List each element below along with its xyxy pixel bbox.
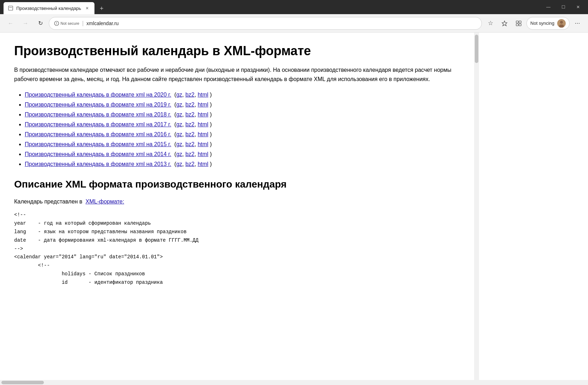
html-2020-link[interactable]: html	[198, 92, 208, 98]
horizontal-scrollbar-thumb[interactable]	[1, 381, 44, 384]
back-button[interactable]: ←	[4, 17, 17, 30]
tab-close-button[interactable]: ×	[84, 5, 90, 11]
year-2015-link[interactable]: Производственный календарь в формате xml…	[25, 141, 171, 147]
more-button[interactable]: ···	[571, 17, 584, 30]
svg-rect-9	[519, 24, 521, 26]
svg-marker-5	[502, 21, 507, 26]
html-2015-link[interactable]: html	[198, 141, 208, 147]
security-text: Not secure	[60, 21, 79, 25]
tab-title: Производственный календарь	[16, 6, 81, 11]
forward-button[interactable]: →	[19, 17, 32, 30]
scrollbar-thumb[interactable]	[475, 35, 478, 63]
bz2-2019-link[interactable]: bz2	[185, 102, 195, 108]
gz-2017-link[interactable]: gz	[176, 121, 182, 127]
window-controls: — ☐ ✕	[538, 1, 588, 13]
security-indicator: Not secure	[54, 21, 79, 26]
nav-actions: ☆ Not syncing	[484, 17, 584, 30]
year-2014-link[interactable]: Производственный календарь в формате xml…	[25, 151, 171, 157]
gz-2020-link[interactable]: gz	[176, 92, 182, 98]
list-item: Производственный календарь в формате xml…	[25, 130, 460, 139]
section2-title: Описание XML формата производственного к…	[14, 177, 460, 192]
active-tab[interactable]: Производственный календарь ×	[4, 2, 94, 14]
bz2-2018-link[interactable]: bz2	[185, 111, 195, 117]
gz-2018-link[interactable]: gz	[176, 111, 182, 117]
list-item: Производственный календарь в формате xml…	[25, 100, 460, 109]
url-text: xmlcalendar.ru	[86, 21, 477, 26]
year-2017-link[interactable]: Производственный календарь в формате xml…	[25, 121, 171, 127]
code-block: <!-- year - год на который сформирован к…	[14, 211, 460, 287]
svg-rect-0	[8, 6, 13, 10]
svg-rect-6	[516, 21, 518, 23]
page-content-area: Производственный календарь в XML-формате…	[0, 33, 588, 380]
minimize-button[interactable]: —	[541, 1, 555, 13]
html-2019-link[interactable]: html	[198, 102, 208, 108]
close-button[interactable]: ✕	[571, 1, 585, 13]
html-2016-link[interactable]: html	[198, 131, 208, 137]
year-2016-link[interactable]: Производственный календарь в формате xml…	[25, 131, 171, 137]
svg-point-4	[56, 24, 57, 24]
sync-label: Not syncing	[530, 21, 554, 26]
tab-area: Производственный календарь × +	[0, 0, 538, 14]
list-item: Производственный календарь в формате xml…	[25, 110, 460, 119]
year-links-list: Производственный календарь в формате xml…	[14, 91, 460, 168]
svg-point-11	[560, 21, 563, 24]
page-title: Производственный календарь в XML-формате	[14, 43, 460, 58]
gz-2019-link[interactable]: gz	[176, 102, 182, 108]
page-body: Производственный календарь в XML-формате…	[0, 33, 474, 380]
intro-paragraph: В производственном календаре отмечают вс…	[14, 65, 460, 84]
xml-format-link[interactable]: XML-формате:	[86, 199, 124, 205]
section2-intro: Календарь представлен в XML-формате:	[14, 197, 460, 206]
browser-window: Производственный календарь × + — ☐ ✕ ← →…	[0, 0, 588, 385]
refresh-button[interactable]: ↻	[34, 17, 47, 30]
bz2-2017-link[interactable]: bz2	[185, 121, 195, 127]
gz-2016-link[interactable]: gz	[176, 131, 182, 137]
html-2018-link[interactable]: html	[198, 111, 208, 117]
list-item: Производственный календарь в формате xml…	[25, 120, 460, 129]
address-bar[interactable]: Not secure | xmlcalendar.ru	[49, 17, 482, 30]
svg-rect-7	[519, 21, 521, 23]
address-separator: |	[82, 20, 83, 27]
tab-page-icon	[8, 5, 13, 11]
title-bar: Производственный календарь × + — ☐ ✕	[0, 0, 588, 14]
sync-button[interactable]: Not syncing	[526, 17, 570, 30]
gz-2014-link[interactable]: gz	[176, 151, 182, 157]
gz-2013-link[interactable]: gz	[176, 161, 182, 167]
navigation-bar: ← → ↻ Not secure | xmlcalendar.ru ☆	[0, 14, 588, 33]
list-item: Производственный календарь в формате xml…	[25, 150, 460, 159]
maximize-button[interactable]: ☐	[556, 1, 570, 13]
favorites-button[interactable]	[498, 17, 511, 30]
year-2019-link[interactable]: Производственный календарь в формате xml…	[25, 102, 171, 108]
list-item: Производственный календарь в формате xml…	[25, 91, 460, 99]
new-tab-button[interactable]: +	[96, 3, 107, 14]
list-item: Производственный календарь в формате xml…	[25, 140, 460, 149]
gz-2015-link[interactable]: gz	[176, 141, 182, 147]
avatar	[557, 19, 566, 28]
list-item: Производственный календарь в формате xml…	[25, 160, 460, 168]
svg-rect-8	[516, 24, 518, 26]
year-2020-link[interactable]: Производственный календарь в формате xml…	[25, 92, 171, 98]
bz2-2016-link[interactable]: bz2	[185, 131, 195, 137]
horizontal-scrollbar[interactable]	[0, 380, 588, 385]
bz2-2014-link[interactable]: bz2	[185, 151, 195, 157]
bz2-2015-link[interactable]: bz2	[185, 141, 195, 147]
favorite-star-button[interactable]: ☆	[484, 17, 497, 30]
vertical-scrollbar[interactable]	[474, 33, 479, 380]
html-2014-link[interactable]: html	[198, 151, 208, 157]
bz2-2013-link[interactable]: bz2	[185, 161, 195, 167]
year-2018-link[interactable]: Производственный календарь в формате xml…	[25, 111, 171, 117]
year-2013-link[interactable]: Производственный календарь в формате xml…	[25, 161, 171, 167]
bz2-2020-link[interactable]: bz2	[185, 92, 195, 98]
html-2017-link[interactable]: html	[198, 121, 208, 127]
html-2013-link[interactable]: html	[198, 161, 208, 167]
collections-button[interactable]	[512, 17, 525, 30]
